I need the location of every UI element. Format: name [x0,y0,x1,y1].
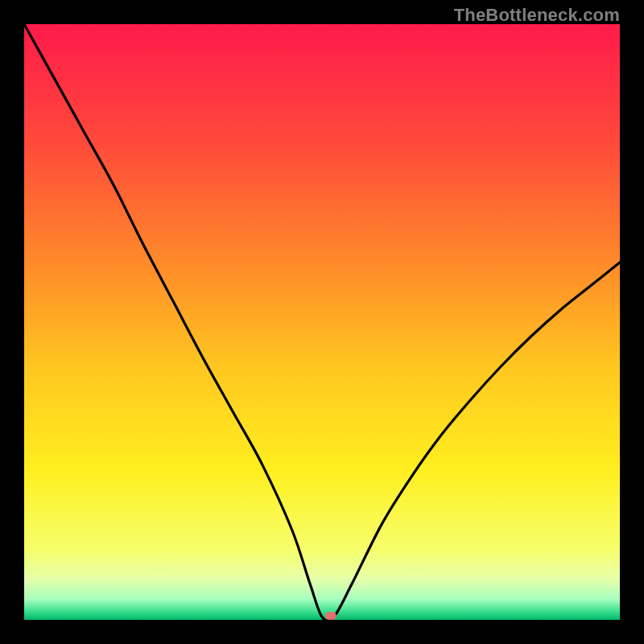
plot-area [24,24,620,620]
gradient-background [24,24,620,620]
chart-frame: TheBottleneck.com [0,0,644,644]
chart-svg [24,24,620,620]
optimal-point-marker [325,612,336,620]
watermark-text: TheBottleneck.com [454,5,620,26]
